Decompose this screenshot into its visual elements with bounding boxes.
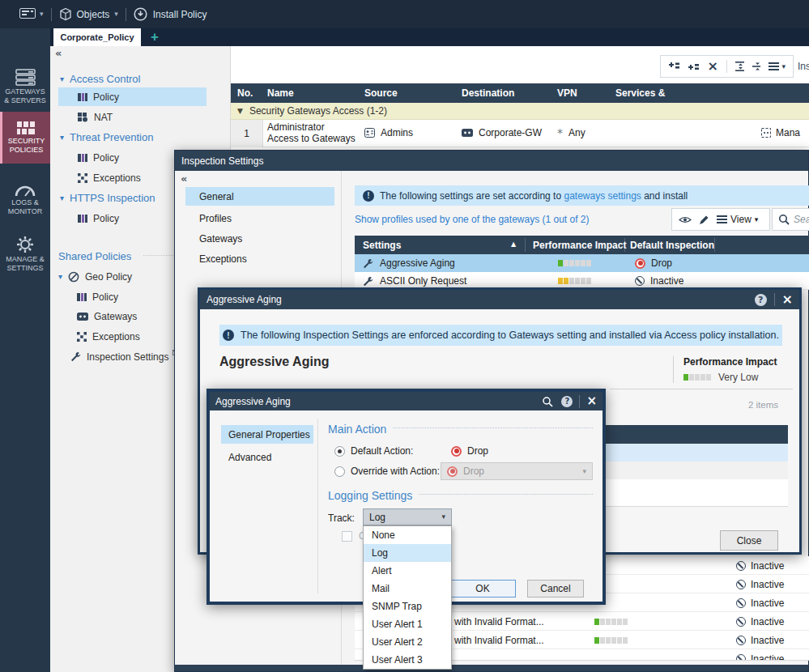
- rule-row[interactable]: 1 Administrator Access to Gateways Admin…: [231, 120, 809, 147]
- props-nav-general-properties[interactable]: General Properties: [221, 425, 313, 444]
- topbar-separator: [51, 8, 52, 21]
- override-action-radio[interactable]: [334, 466, 345, 477]
- header-divider: [714, 238, 715, 252]
- collapse-rows-icon[interactable]: [752, 62, 761, 71]
- settings-row-aggressive-aging[interactable]: Aggressive Aging Drop: [355, 254, 809, 272]
- install-policy-button[interactable]: Install Policy: [134, 7, 207, 21]
- help-icon[interactable]: ?: [755, 294, 767, 306]
- delete-rule-icon[interactable]: ×: [707, 60, 717, 73]
- inspection-nav-gateways[interactable]: Gateways: [185, 229, 334, 248]
- caret-down-icon: ▾: [441, 513, 445, 521]
- inspection-nav-general[interactable]: General: [185, 187, 334, 206]
- dialog-title: Aggressive Aging: [207, 294, 282, 305]
- default-action-radio[interactable]: [334, 446, 345, 457]
- search-input[interactable]: [794, 214, 809, 225]
- track-dropdown-list: None Log Alert Mail SNMP Trap User Alert…: [363, 525, 452, 670]
- tree-section-https-inspection[interactable]: ▾HTTPS Inspection: [60, 189, 155, 207]
- tree-item-inspection-settings[interactable]: Inspection Settings: [58, 347, 178, 366]
- tree-section-access-control[interactable]: ▾Access Control: [60, 70, 140, 88]
- tree-item-geo-policy-policy[interactable]: Policy: [58, 287, 118, 306]
- objects-menu-button[interactable]: Objects ▾: [59, 7, 118, 21]
- wrench-icon: [363, 276, 373, 287]
- new-tab-button[interactable]: +: [144, 28, 165, 46]
- close-button[interactable]: Close: [720, 530, 778, 551]
- column-services[interactable]: Services &: [615, 83, 665, 103]
- track-option-snmp-trap[interactable]: SNMP Trap: [364, 598, 451, 615]
- column-destination[interactable]: Destination: [462, 83, 514, 103]
- install-policy-icon: [134, 7, 147, 21]
- track-option-user-alert-3[interactable]: User Alert 3: [364, 651, 451, 669]
- tree-item-hi-policy[interactable]: Policy: [58, 209, 119, 228]
- dialog-titlebar[interactable]: Aggressive Aging ? ×: [200, 290, 799, 309]
- section-collapse-icon[interactable]: ▼: [237, 108, 243, 115]
- pencil-icon[interactable]: [699, 215, 709, 225]
- expand-rows-icon[interactable]: [735, 62, 744, 71]
- tree-item-ac-policy[interactable]: Policy: [58, 87, 207, 106]
- inactive-icon: [736, 561, 746, 571]
- add-rule-above-icon[interactable]: [668, 62, 679, 70]
- track-option-log[interactable]: Log: [364, 544, 451, 562]
- any-asterisk-icon: *: [557, 127, 563, 138]
- tree-item-ac-nat[interactable]: NAT: [58, 108, 113, 126]
- tree-item-geo-policy[interactable]: ▾ Geo Policy: [58, 267, 132, 286]
- sidebar-item-gateways-servers[interactable]: GATEWAYS& SERVERS: [0, 61, 50, 113]
- eye-icon[interactable]: [679, 215, 692, 224]
- capture-packets-checkbox[interactable]: [342, 531, 352, 542]
- add-rule-below-icon[interactable]: [688, 62, 699, 70]
- sidebar-label: GATEWAYS: [5, 87, 45, 96]
- tree-section-threat-prevention[interactable]: ▾Threat Prevention: [60, 128, 153, 147]
- tree-item-geo-exceptions[interactable]: Exceptions: [58, 327, 140, 346]
- inspection-nav-exceptions[interactable]: Exceptions: [185, 249, 334, 268]
- sidebar-item-logs-monitor[interactable]: LOGS &MONITOR: [0, 174, 50, 226]
- application-window: ▾ Objects ▾ Install Policy Corporate_Pol…: [0, 0, 809, 672]
- dialog-titlebar[interactable]: Aggressive Aging ? ×: [210, 392, 602, 410]
- inspection-window-titlebar[interactable]: Inspection Settings: [175, 151, 808, 171]
- exceptions-icon: [77, 332, 87, 342]
- column-no[interactable]: No.: [237, 83, 253, 103]
- show-profiles-link[interactable]: Show profiles used by one of the gateway…: [355, 214, 590, 225]
- override-action-row: Override with Action:: [334, 466, 440, 477]
- track-option-mail[interactable]: Mail: [364, 580, 451, 598]
- column-source[interactable]: Source: [364, 83, 398, 103]
- close-icon[interactable]: ×: [586, 395, 597, 407]
- titlebar-separator: [579, 395, 580, 408]
- performance-impact-bar: [594, 637, 628, 644]
- tree-item-geo-gateways[interactable]: Gateways: [58, 307, 137, 325]
- app-menu-button[interactable]: ▾: [19, 8, 44, 20]
- toolbar-overflow-label: Inst: [798, 61, 809, 72]
- search-icon[interactable]: [542, 396, 553, 407]
- sidebar-item-security-policies[interactable]: SECURITYPOLICIES: [0, 112, 50, 164]
- rule-section-row[interactable]: ▼ Security Gateways Access (1-2): [231, 103, 809, 120]
- close-icon[interactable]: ×: [782, 293, 793, 306]
- collapse-nav-button[interactable]: «: [181, 173, 187, 184]
- column-name[interactable]: Name: [267, 83, 294, 103]
- track-option-user-alert-2[interactable]: User Alert 2: [364, 633, 451, 651]
- inspection-search-box[interactable]: [772, 208, 809, 231]
- admins-icon: [364, 128, 375, 138]
- inactive-icon: [635, 276, 645, 286]
- dotted-divider: [393, 427, 593, 428]
- nav-divider: [317, 419, 318, 593]
- props-nav-advanced[interactable]: Advanced: [221, 448, 313, 466]
- column-settings[interactable]: Settings: [363, 236, 401, 254]
- column-performance-impact[interactable]: Performance Impact: [533, 236, 626, 254]
- tree-item-tp-exceptions[interactable]: Exceptions: [58, 168, 141, 187]
- override-action-select[interactable]: Drop ▾: [441, 462, 593, 480]
- help-icon[interactable]: ?: [561, 396, 573, 407]
- track-option-user-alert-1[interactable]: User Alert 1: [364, 615, 451, 633]
- view-menu-button[interactable]: View▾: [717, 214, 758, 225]
- track-option-alert[interactable]: Alert: [364, 562, 451, 580]
- column-vpn[interactable]: VPN: [557, 83, 577, 103]
- column-default-inspection[interactable]: Default Inspection: [630, 236, 714, 254]
- inspection-nav-profiles[interactable]: Profiles: [185, 209, 334, 228]
- tab-corporate-policy[interactable]: Corporate_Policy: [53, 28, 141, 46]
- sidebar-item-manage-settings[interactable]: MANAGE &SETTINGS: [0, 228, 50, 280]
- cancel-button[interactable]: Cancel: [527, 580, 584, 598]
- collapse-panel-button[interactable]: «: [55, 48, 62, 58]
- tree-item-tp-policy[interactable]: Policy: [58, 148, 119, 167]
- ok-button[interactable]: OK: [449, 580, 516, 598]
- track-select[interactable]: Log ▾: [363, 508, 452, 525]
- rulebase-menu-button[interactable]: ▾: [769, 63, 786, 70]
- track-option-none[interactable]: None: [364, 526, 451, 544]
- gateways-settings-link[interactable]: gateways settings: [564, 190, 641, 202]
